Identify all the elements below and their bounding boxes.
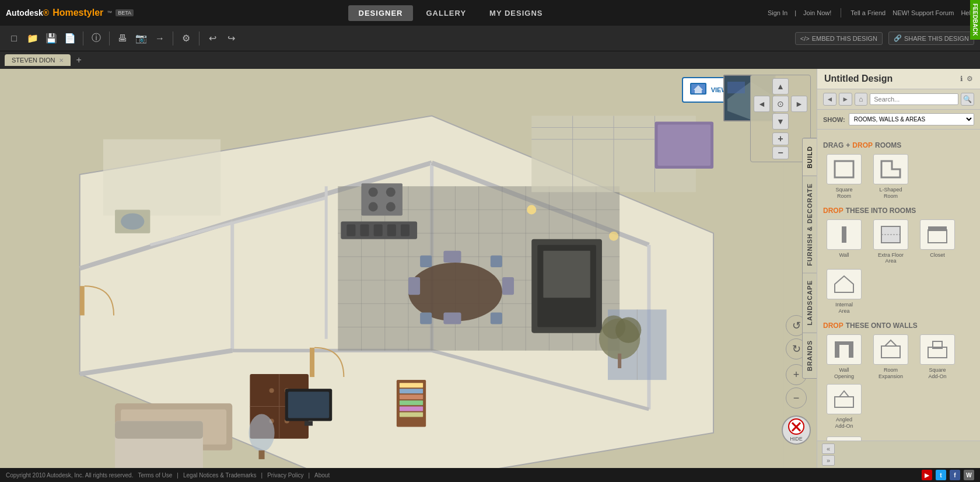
youtube-icon[interactable]: ▶ [922,470,932,480]
l-shaped-room-label: L-ShapedRoom [879,187,902,200]
footer-legal-link[interactable]: Legal Notices & Trademarks [183,472,257,478]
footer-terms-link[interactable]: Terms of Use [138,472,172,478]
internal-area-label: InternalArea [835,302,853,315]
new-file-icon[interactable]: □ [6,30,22,47]
room-expansion-icon-wrap[interactable] [873,334,908,365]
svg-rect-31 [103,139,220,216]
gallery-nav-btn[interactable]: GALLERY [415,5,477,21]
wall-item[interactable]: Wall [823,219,865,265]
panel-search-input[interactable] [870,93,958,105]
wall-opening-item[interactable]: WallOpening [823,334,865,380]
save-copy-icon[interactable]: 📄 [62,30,78,47]
nav-center-btn[interactable]: ⊙ [772,96,789,112]
panel-search-btn[interactable]: 🔍 [961,93,974,106]
share-btn[interactable]: 🔗 SHARE THIS DESIGN [888,32,974,45]
side-tab-brands[interactable]: BRANDS [803,333,817,378]
undo-icon[interactable]: ↩ [204,30,220,47]
side-tab-landscape[interactable]: LANDSCAPE [803,273,817,332]
square-room-icon-wrap[interactable] [827,154,862,184]
svg-rect-87 [400,383,423,387]
angled-addon-icon-wrap[interactable] [827,384,862,414]
tab-name: STEVEN DION [12,57,55,64]
website-icon[interactable]: W [964,470,974,480]
print-icon[interactable]: 🖶 [114,30,131,47]
footer-privacy-link[interactable]: Privacy Policy [267,472,303,478]
collapse-down-btn[interactable]: » [822,455,835,466]
closet-icon-wrap[interactable] [920,219,955,250]
zoom-out-btn[interactable]: − [772,146,789,159]
side-tabs: BUILD FURNISH & DECORATE LANDSCAPE BRAND… [802,138,817,379]
panel-settings-icon[interactable]: ⚙ [967,75,973,83]
internal-area-item[interactable]: InternalArea [823,269,865,315]
drag-drop-rooms-header: DRAG + DROP ROOMS [823,141,974,149]
svg-marker-117 [885,340,897,346]
square-addon-label: SquareAdd-On [928,367,946,380]
internal-area-icon-wrap[interactable] [827,269,862,299]
my-designs-nav-btn[interactable]: MY DESIGNS [479,5,553,21]
panel-back-btn[interactable]: ◄ [823,93,836,106]
angled-addon-item[interactable]: AngledAdd-On [823,384,865,429]
save-icon[interactable]: 💾 [43,30,60,47]
svg-rect-113 [835,341,839,358]
closet-item[interactable]: Closet [916,219,958,265]
angled-addon-icon [832,389,856,410]
panel-info-icon[interactable]: ℹ [960,75,963,83]
collapse-up-btn[interactable]: « [822,443,835,454]
canvas-area[interactable]: VIEW IN 2D ▲ ◄ ⊙ ► ▼ + − [0,69,817,468]
extra-floor-icon-wrap[interactable] [873,219,908,250]
l-shaped-room-item[interactable]: L-ShapedRoom [870,154,912,200]
twitter-icon[interactable]: t [936,470,946,480]
info-icon[interactable]: ⓘ [88,30,104,47]
screenshot-icon[interactable]: 📷 [133,30,149,47]
wall-opening-icon-wrap[interactable] [827,334,862,365]
nav-up-btn[interactable]: ▲ [772,78,789,95]
svg-rect-57 [374,225,383,236]
tab-close-icon[interactable]: ✕ [59,57,64,64]
room-expansion-item[interactable]: RoomExpansion [870,334,912,380]
wall-icon-wrap[interactable] [827,219,862,250]
svg-point-83 [609,232,618,241]
tab-steven-dion[interactable]: STEVEN DION ✕ [5,54,71,66]
side-tab-furnish[interactable]: FURNISH & DECORATE [803,176,817,273]
angled-addon-label: AngledAdd-On [835,417,853,429]
embed-btn[interactable]: </> EMBED THIS DESIGN [795,32,883,45]
logo-beta: BETA [116,9,134,16]
logo-autodesk: Autodesk® [6,8,49,18]
footer-about-link[interactable]: About [314,472,330,478]
nav-left-btn[interactable]: ◄ [754,96,770,112]
panel-forward-btn[interactable]: ► [839,93,852,106]
show-select[interactable]: ROOMS, WALLS & AREAS [849,113,974,125]
extra-floor-item[interactable]: Extra FloorArea [870,219,912,265]
zoom-out-round-btn[interactable]: − [786,387,807,408]
panel-home-btn[interactable]: ⌂ [855,93,868,106]
svg-rect-101 [695,90,702,93]
l-shaped-room-icon-wrap[interactable] [873,154,908,184]
facebook-icon[interactable]: f [950,470,960,480]
export-icon[interactable]: → [152,30,168,47]
curve-wall-item[interactable]: CurveWall [823,436,865,441]
designer-nav-btn[interactable]: DESIGNER [348,5,414,21]
nav-down-btn[interactable]: ▼ [772,113,789,130]
square-room-item[interactable]: SquareRoom [823,154,865,200]
square-addon-item[interactable]: SquareAdd-On [916,334,958,380]
svg-rect-41 [658,125,711,166]
hide-btn[interactable]: HIDE [782,415,811,445]
open-file-icon[interactable]: 📁 [24,30,41,47]
feedback-tab[interactable]: FEEDBACK [970,0,980,40]
sign-in-link[interactable]: Sign In [768,9,788,16]
drop-word-1: DROP [852,141,873,149]
zoom-in-btn[interactable]: + [772,132,789,145]
tab-add-btn[interactable]: + [73,55,85,65]
square-room-label: SquareRoom [835,187,852,200]
square-addon-icon-wrap[interactable] [920,334,955,365]
join-now-link[interactable]: Join Now! [803,9,831,16]
curve-wall-icon-wrap[interactable] [827,436,862,441]
internal-area-icon [832,274,856,295]
redo-icon[interactable]: ↪ [223,30,239,47]
settings-icon[interactable]: ⚙ [178,30,194,47]
nav-right-btn[interactable]: ► [791,96,807,112]
support-forum-link[interactable]: NEW! Support Forum [892,9,954,16]
view2d-icon [689,82,708,98]
tell-friend-link[interactable]: Tell a Friend [850,9,886,16]
side-tab-build[interactable]: BUILD [803,138,817,176]
